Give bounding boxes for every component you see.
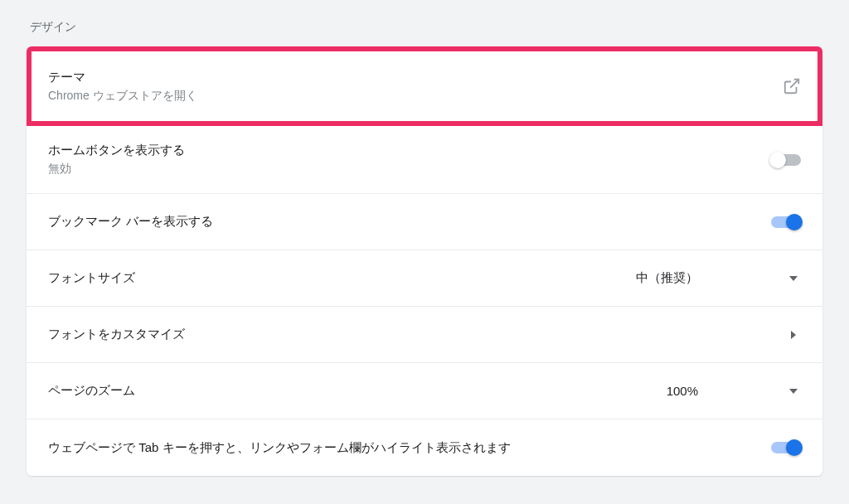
home-button-row: ホームボタンを表示する 無効 [27, 126, 822, 194]
theme-sublabel: Chrome ウェブストアを開く [48, 89, 197, 104]
section-title: デザイン [30, 20, 822, 35]
dropdown-arrow-icon [789, 389, 798, 394]
font-size-text: フォントサイズ [48, 270, 135, 286]
font-size-label: フォントサイズ [48, 270, 135, 286]
home-button-label: ホームボタンを表示する [48, 143, 185, 158]
home-button-control [771, 154, 801, 166]
settings-card: テーマ Chrome ウェブストアを開く ホームボタンを表示する 無効 ブックマ… [27, 46, 822, 476]
page-zoom-value: 100% [667, 384, 698, 398]
bookmark-bar-row: ブックマーク バーを表示する [27, 194, 822, 250]
bookmark-bar-toggle[interactable] [771, 216, 801, 228]
theme-control [783, 77, 801, 95]
bookmark-bar-label: ブックマーク バーを表示する [48, 214, 213, 230]
chevron-right-icon [791, 331, 796, 339]
font-size-value: 中（推奨） [636, 270, 698, 286]
tab-highlight-text: ウェブページで Tab キーを押すと、リンクやフォーム欄がハイライト表示されます [48, 440, 511, 456]
customize-font-control [791, 331, 801, 339]
home-button-sublabel: 無効 [48, 162, 185, 177]
page-zoom-label: ページのズーム [48, 383, 135, 399]
bookmark-bar-text: ブックマーク バーを表示する [48, 214, 213, 230]
dropdown-arrow-icon [789, 276, 798, 281]
home-button-toggle[interactable] [771, 154, 801, 166]
page-zoom-dropdown[interactable]: 100% [667, 384, 801, 398]
svg-line-0 [790, 80, 798, 88]
theme-text: テーマ Chrome ウェブストアを開く [48, 70, 197, 104]
font-size-dropdown[interactable]: 中（推奨） [636, 270, 801, 286]
home-button-text: ホームボタンを表示する 無効 [48, 143, 185, 177]
theme-row[interactable]: テーマ Chrome ウェブストアを開く [27, 46, 822, 126]
tab-highlight-toggle[interactable] [771, 442, 801, 453]
page-zoom-text: ページのズーム [48, 383, 135, 399]
tab-highlight-row: ウェブページで Tab キーを押すと、リンクやフォーム欄がハイライト表示されます [27, 419, 822, 476]
font-size-row: フォントサイズ 中（推奨） [27, 250, 822, 307]
page-zoom-row: ページのズーム 100% [27, 363, 822, 419]
tab-highlight-control [771, 442, 801, 453]
customize-font-text: フォントをカスタマイズ [48, 327, 185, 342]
customize-font-row[interactable]: フォントをカスタマイズ [27, 307, 822, 363]
customize-font-label: フォントをカスタマイズ [48, 327, 185, 342]
tab-highlight-label: ウェブページで Tab キーを押すと、リンクやフォーム欄がハイライト表示されます [48, 440, 511, 456]
theme-label: テーマ [48, 70, 197, 85]
external-link-icon [783, 77, 801, 95]
bookmark-bar-control [771, 216, 801, 228]
